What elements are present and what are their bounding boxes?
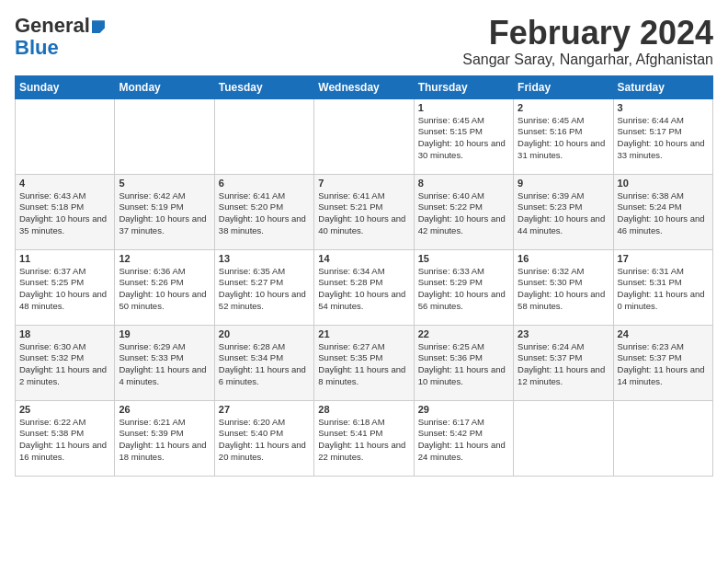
- day-content: Sunrise: 6:25 AM Sunset: 5:36 PM Dayligh…: [418, 341, 509, 388]
- calendar-cell: 25Sunrise: 6:22 AM Sunset: 5:38 PM Dayli…: [16, 400, 115, 476]
- calendar-cell: [514, 400, 613, 476]
- day-content: Sunrise: 6:31 AM Sunset: 5:31 PM Dayligh…: [618, 266, 709, 313]
- day-number: 28: [318, 404, 409, 415]
- title-block: February 2024 Sangar Saray, Nangarhar, A…: [462, 15, 713, 68]
- day-number: 27: [219, 404, 310, 415]
- calendar-header-cell: Tuesday: [214, 75, 313, 98]
- calendar-cell: 6Sunrise: 6:41 AM Sunset: 5:20 PM Daylig…: [214, 174, 313, 249]
- calendar-cell: 8Sunrise: 6:40 AM Sunset: 5:22 PM Daylig…: [414, 174, 513, 249]
- day-number: 22: [418, 328, 509, 339]
- day-number: 7: [318, 178, 409, 189]
- calendar-header-cell: Wednesday: [314, 75, 414, 98]
- day-number: 12: [119, 253, 210, 264]
- day-content: Sunrise: 6:37 AM Sunset: 5:25 PM Dayligh…: [19, 266, 110, 313]
- page-header: General Blue February 2024 Sangar Saray,…: [15, 15, 713, 68]
- location-subtitle: Sangar Saray, Nangarhar, Afghanistan: [462, 52, 713, 68]
- logo-icon: [92, 20, 105, 33]
- day-number: 26: [119, 404, 210, 415]
- day-number: 10: [618, 178, 709, 189]
- day-number: 3: [618, 102, 709, 113]
- logo: General Blue: [15, 15, 105, 59]
- day-number: 2: [518, 102, 609, 113]
- calendar-cell: 1Sunrise: 6:45 AM Sunset: 5:15 PM Daylig…: [414, 98, 513, 174]
- calendar-cell: 22Sunrise: 6:25 AM Sunset: 5:36 PM Dayli…: [414, 325, 513, 400]
- calendar-cell: 12Sunrise: 6:36 AM Sunset: 5:26 PM Dayli…: [115, 249, 214, 325]
- calendar-week-row: 11Sunrise: 6:37 AM Sunset: 5:25 PM Dayli…: [16, 249, 713, 325]
- day-number: 1: [418, 102, 509, 113]
- day-content: Sunrise: 6:41 AM Sunset: 5:20 PM Dayligh…: [219, 190, 310, 237]
- calendar-cell: 14Sunrise: 6:34 AM Sunset: 5:28 PM Dayli…: [314, 249, 414, 325]
- logo-general: General: [15, 14, 90, 37]
- day-content: Sunrise: 6:28 AM Sunset: 5:34 PM Dayligh…: [219, 341, 310, 388]
- day-content: Sunrise: 6:44 AM Sunset: 5:17 PM Dayligh…: [618, 115, 709, 162]
- day-content: Sunrise: 6:22 AM Sunset: 5:38 PM Dayligh…: [19, 417, 110, 464]
- calendar-header-cell: Friday: [514, 75, 613, 98]
- calendar-table: SundayMondayTuesdayWednesdayThursdayFrid…: [15, 75, 713, 477]
- day-number: 20: [219, 328, 310, 339]
- day-content: Sunrise: 6:20 AM Sunset: 5:40 PM Dayligh…: [219, 417, 310, 464]
- calendar-cell: 29Sunrise: 6:17 AM Sunset: 5:42 PM Dayli…: [414, 400, 513, 476]
- day-number: 25: [19, 404, 110, 415]
- day-number: 24: [618, 328, 709, 339]
- calendar-cell: [613, 400, 712, 476]
- day-content: Sunrise: 6:42 AM Sunset: 5:19 PM Dayligh…: [119, 190, 210, 237]
- calendar-week-row: 1Sunrise: 6:45 AM Sunset: 5:15 PM Daylig…: [16, 98, 713, 174]
- day-number: 14: [318, 253, 409, 264]
- day-content: Sunrise: 6:30 AM Sunset: 5:32 PM Dayligh…: [19, 341, 110, 388]
- calendar-header-cell: Thursday: [414, 75, 513, 98]
- day-number: 18: [19, 328, 110, 339]
- day-content: Sunrise: 6:41 AM Sunset: 5:21 PM Dayligh…: [318, 190, 409, 237]
- calendar-header-cell: Monday: [115, 75, 214, 98]
- day-content: Sunrise: 6:38 AM Sunset: 5:24 PM Dayligh…: [618, 190, 709, 237]
- day-number: 5: [119, 178, 210, 189]
- month-year-title: February 2024: [462, 15, 713, 52]
- day-content: Sunrise: 6:23 AM Sunset: 5:37 PM Dayligh…: [618, 341, 709, 388]
- day-content: Sunrise: 6:18 AM Sunset: 5:41 PM Dayligh…: [318, 417, 409, 464]
- calendar-cell: 9Sunrise: 6:39 AM Sunset: 5:23 PM Daylig…: [514, 174, 613, 249]
- day-number: 15: [418, 253, 509, 264]
- calendar-week-row: 25Sunrise: 6:22 AM Sunset: 5:38 PM Dayli…: [16, 400, 713, 476]
- calendar-cell: 19Sunrise: 6:29 AM Sunset: 5:33 PM Dayli…: [115, 325, 214, 400]
- day-content: Sunrise: 6:27 AM Sunset: 5:35 PM Dayligh…: [318, 341, 409, 388]
- day-number: 17: [618, 253, 709, 264]
- calendar-cell: 15Sunrise: 6:33 AM Sunset: 5:29 PM Dayli…: [414, 249, 513, 325]
- calendar-cell: [115, 98, 214, 174]
- day-content: Sunrise: 6:17 AM Sunset: 5:42 PM Dayligh…: [418, 417, 509, 464]
- calendar-week-row: 18Sunrise: 6:30 AM Sunset: 5:32 PM Dayli…: [16, 325, 713, 400]
- day-content: Sunrise: 6:33 AM Sunset: 5:29 PM Dayligh…: [418, 266, 509, 313]
- calendar-cell: 23Sunrise: 6:24 AM Sunset: 5:37 PM Dayli…: [514, 325, 613, 400]
- calendar-header-cell: Saturday: [613, 75, 712, 98]
- calendar-cell: 2Sunrise: 6:45 AM Sunset: 5:16 PM Daylig…: [514, 98, 613, 174]
- calendar-cell: 3Sunrise: 6:44 AM Sunset: 5:17 PM Daylig…: [613, 98, 712, 174]
- day-content: Sunrise: 6:21 AM Sunset: 5:39 PM Dayligh…: [119, 417, 210, 464]
- calendar-cell: 18Sunrise: 6:30 AM Sunset: 5:32 PM Dayli…: [16, 325, 115, 400]
- calendar-header-cell: Sunday: [16, 75, 115, 98]
- day-number: 13: [219, 253, 310, 264]
- day-content: Sunrise: 6:40 AM Sunset: 5:22 PM Dayligh…: [418, 190, 509, 237]
- calendar-cell: 7Sunrise: 6:41 AM Sunset: 5:21 PM Daylig…: [314, 174, 414, 249]
- day-content: Sunrise: 6:34 AM Sunset: 5:28 PM Dayligh…: [318, 266, 409, 313]
- calendar-cell: [16, 98, 115, 174]
- calendar-cell: 10Sunrise: 6:38 AM Sunset: 5:24 PM Dayli…: [613, 174, 712, 249]
- calendar-cell: 17Sunrise: 6:31 AM Sunset: 5:31 PM Dayli…: [613, 249, 712, 325]
- day-number: 8: [418, 178, 509, 189]
- day-number: 9: [518, 178, 609, 189]
- calendar-cell: 16Sunrise: 6:32 AM Sunset: 5:30 PM Dayli…: [514, 249, 613, 325]
- day-number: 16: [518, 253, 609, 264]
- calendar-cell: 28Sunrise: 6:18 AM Sunset: 5:41 PM Dayli…: [314, 400, 414, 476]
- day-number: 29: [418, 404, 509, 415]
- day-number: 4: [19, 178, 110, 189]
- day-number: 21: [318, 328, 409, 339]
- day-content: Sunrise: 6:43 AM Sunset: 5:18 PM Dayligh…: [19, 190, 110, 237]
- day-content: Sunrise: 6:36 AM Sunset: 5:26 PM Dayligh…: [119, 266, 210, 313]
- calendar-cell: 5Sunrise: 6:42 AM Sunset: 5:19 PM Daylig…: [115, 174, 214, 249]
- calendar-header-row: SundayMondayTuesdayWednesdayThursdayFrid…: [16, 75, 713, 98]
- calendar-week-row: 4Sunrise: 6:43 AM Sunset: 5:18 PM Daylig…: [16, 174, 713, 249]
- day-content: Sunrise: 6:45 AM Sunset: 5:16 PM Dayligh…: [518, 115, 609, 162]
- day-number: 6: [219, 178, 310, 189]
- logo-blue: Blue: [15, 37, 59, 59]
- calendar-cell: [214, 98, 313, 174]
- day-content: Sunrise: 6:39 AM Sunset: 5:23 PM Dayligh…: [518, 190, 609, 237]
- day-number: 23: [518, 328, 609, 339]
- calendar-cell: 24Sunrise: 6:23 AM Sunset: 5:37 PM Dayli…: [613, 325, 712, 400]
